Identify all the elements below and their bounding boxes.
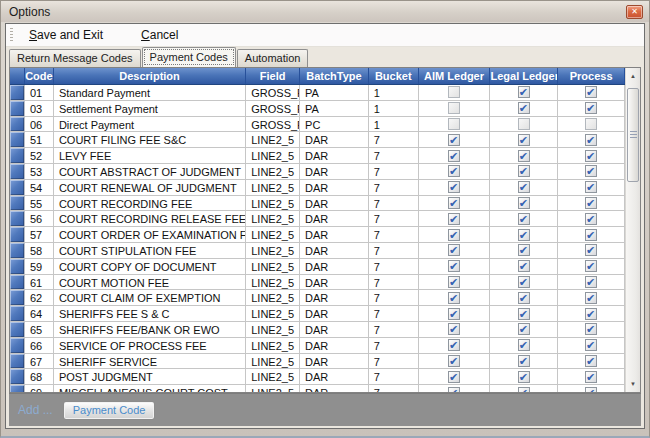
aim-ledger-checkbox[interactable] [448, 387, 460, 392]
row-selector[interactable] [10, 132, 25, 148]
table-row[interactable]: 53 COURT ABSTRACT OF JUDGMENT LINE2_5 DA… [10, 164, 625, 180]
legal-ledger-checkbox[interactable] [518, 244, 530, 256]
menu-item-cancel[interactable]: Cancel [133, 26, 186, 44]
table-row[interactable]: 61 COURT MOTION FEE LINE2_5 DAR 7 [10, 275, 625, 291]
table-row[interactable]: 57 COURT ORDER OF EXAMINATION FEE LINE2_… [10, 227, 625, 243]
row-selector[interactable] [10, 259, 25, 275]
tab-return-message-codes[interactable]: Return Message Codes [9, 49, 141, 67]
row-selector[interactable] [10, 385, 25, 392]
legal-ledger-checkbox[interactable] [518, 292, 530, 304]
aim-ledger-checkbox[interactable] [448, 276, 460, 288]
aim-ledger-checkbox[interactable] [448, 229, 460, 241]
process-checkbox[interactable] [585, 308, 597, 320]
column-header-bucket[interactable]: Bucket [369, 68, 419, 84]
row-selector[interactable] [10, 354, 25, 370]
row-selector[interactable] [10, 117, 25, 133]
legal-ledger-checkbox[interactable] [518, 150, 530, 162]
process-checkbox[interactable] [585, 371, 597, 383]
menu-grip-handle[interactable] [10, 28, 13, 42]
row-selector[interactable] [10, 290, 25, 306]
aim-ledger-checkbox[interactable] [448, 323, 460, 335]
process-checkbox[interactable] [585, 276, 597, 288]
legal-ledger-checkbox[interactable] [518, 134, 530, 146]
aim-ledger-checkbox[interactable] [448, 244, 460, 256]
aim-ledger-checkbox[interactable] [448, 118, 460, 130]
column-header-aim-ledger[interactable]: AIM Ledger [419, 68, 491, 84]
legal-ledger-checkbox[interactable] [518, 339, 530, 351]
scroll-up-icon[interactable]: ▲ [626, 68, 640, 84]
table-row[interactable]: 59 COURT COPY OF DOCUMENT LINE2_5 DAR 7 [10, 259, 625, 275]
vertical-scrollbar[interactable]: ▲ ▼ [625, 68, 640, 392]
row-selector[interactable] [10, 338, 25, 354]
process-checkbox[interactable] [585, 229, 597, 241]
table-row[interactable]: 54 COURT RENEWAL OF JUDGMENT LINE2_5 DAR… [10, 180, 625, 196]
legal-ledger-checkbox[interactable] [518, 308, 530, 320]
column-header-code[interactable]: Code [25, 68, 54, 84]
legal-ledger-checkbox[interactable] [518, 86, 530, 98]
scroll-down-icon[interactable]: ▼ [626, 376, 640, 392]
aim-ledger-checkbox[interactable] [448, 181, 460, 193]
column-header-field[interactable]: Field [246, 68, 300, 84]
column-header-legal-ledger[interactable]: Legal Ledger [490, 68, 558, 84]
table-row[interactable]: 65 SHERIFFS FEE/BANK OR EWO LINE2_5 DAR … [10, 322, 625, 338]
table-row[interactable]: 58 COURT STIPULATION FEE LINE2_5 DAR 7 [10, 243, 625, 259]
legal-ledger-checkbox[interactable] [518, 276, 530, 288]
row-selector[interactable] [10, 211, 25, 227]
aim-ledger-checkbox[interactable] [448, 150, 460, 162]
row-selector[interactable] [10, 148, 25, 164]
aim-ledger-checkbox[interactable] [448, 86, 460, 98]
process-checkbox[interactable] [585, 292, 597, 304]
menu-item-save-and-exit[interactable]: Save and Exit [21, 26, 111, 44]
process-checkbox[interactable] [585, 339, 597, 351]
table-row[interactable]: 62 COURT CLAIM OF EXEMPTION LINE2_5 DAR … [10, 290, 625, 306]
row-selector[interactable] [10, 322, 25, 338]
aim-ledger-checkbox[interactable] [448, 134, 460, 146]
process-checkbox[interactable] [585, 86, 597, 98]
legal-ledger-checkbox[interactable] [518, 213, 530, 225]
table-row[interactable]: 66 SERVICE OF PROCESS FEE LINE2_5 DAR 7 [10, 338, 625, 354]
aim-ledger-checkbox[interactable] [448, 260, 460, 272]
process-checkbox[interactable] [585, 181, 597, 193]
table-row[interactable]: 03 Settlement Payment GROSS_PAY PA 1 [10, 101, 625, 117]
column-header-description[interactable]: Description [54, 68, 246, 84]
scrollbar-thumb[interactable] [627, 88, 639, 182]
aim-ledger-checkbox[interactable] [448, 339, 460, 351]
process-checkbox[interactable] [585, 260, 597, 272]
aim-ledger-checkbox[interactable] [448, 213, 460, 225]
legal-ledger-checkbox[interactable] [518, 197, 530, 209]
aim-ledger-checkbox[interactable] [448, 197, 460, 209]
legal-ledger-checkbox[interactable] [518, 229, 530, 241]
row-selector[interactable] [10, 196, 25, 212]
column-header-batchtype[interactable]: BatchType [300, 68, 369, 84]
legal-ledger-checkbox[interactable] [518, 387, 530, 392]
table-row[interactable]: 64 SHERIFFS FEE S & C LINE2_5 DAR 7 [10, 306, 625, 322]
column-header-process[interactable]: Process [558, 68, 625, 84]
row-selector[interactable] [10, 306, 25, 322]
table-row[interactable]: 51 COURT FILING FEE S&C LINE2_5 DAR 7 [10, 132, 625, 148]
tab-automation[interactable]: Automation [237, 49, 309, 67]
process-checkbox[interactable] [585, 102, 597, 114]
legal-ledger-checkbox[interactable] [518, 102, 530, 114]
table-row[interactable]: 52 LEVY FEE LINE2_5 DAR 7 [10, 148, 625, 164]
aim-ledger-checkbox[interactable] [448, 165, 460, 177]
table-row[interactable]: 55 COURT RECORDING FEE LINE2_5 DAR 7 [10, 196, 625, 212]
process-checkbox[interactable] [585, 134, 597, 146]
table-row[interactable]: 69 MISCELLANEOUS COURT COST LINE2_5 DAR … [10, 385, 625, 392]
legal-ledger-checkbox[interactable] [518, 355, 530, 367]
payment-code-button[interactable]: Payment Code [63, 401, 156, 420]
process-checkbox[interactable] [585, 323, 597, 335]
legal-ledger-checkbox[interactable] [518, 323, 530, 335]
table-row[interactable]: 06 Direct Payment GROSS_PAY PC 1 [10, 117, 625, 133]
table-row[interactable]: 68 POST JUDGMENT LINE2_5 DAR 7 [10, 369, 625, 385]
legal-ledger-checkbox[interactable] [518, 371, 530, 383]
row-selector[interactable] [10, 85, 25, 101]
table-row[interactable]: 01 Standard Payment GROSS_PAY PA 1 [10, 85, 625, 101]
row-selector[interactable] [10, 164, 25, 180]
legal-ledger-checkbox[interactable] [518, 165, 530, 177]
process-checkbox[interactable] [585, 197, 597, 209]
process-checkbox[interactable] [585, 355, 597, 367]
table-row[interactable]: 67 SHERIFF SERVICE LINE2_5 DAR 7 [10, 354, 625, 370]
process-checkbox[interactable] [585, 150, 597, 162]
title-bar[interactable]: Options ✕ [1, 1, 649, 22]
row-selector[interactable] [10, 227, 25, 243]
